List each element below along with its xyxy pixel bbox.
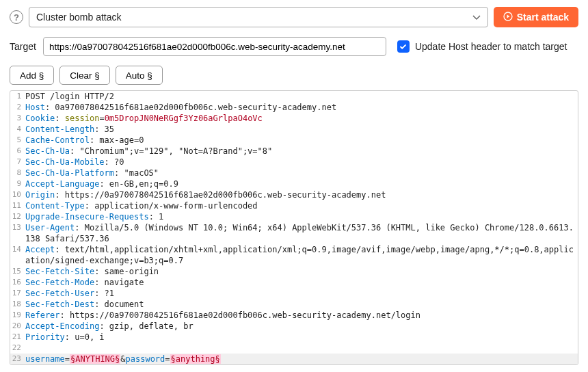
editor-line[interactable]: 10Origin: https://0a970078042516f681ae02… (10, 189, 578, 200)
line-number: 2 (10, 102, 25, 113)
line-number: 19 (10, 310, 25, 321)
line-number: 3 (10, 113, 25, 124)
editor-line[interactable]: 17Sec-Fetch-User: ?1 (10, 288, 578, 299)
editor-line[interactable]: 22 (10, 343, 578, 354)
line-number: 8 (10, 168, 25, 178)
line-number: 10 (10, 189, 25, 200)
editor-line[interactable]: 2Host: 0a970078042516f681ae02d000fb006c.… (10, 102, 578, 113)
line-number: 1 (10, 91, 25, 102)
editor-line[interactable]: 4Content-Length: 35 (10, 124, 578, 135)
line-number: 22 (10, 343, 25, 354)
auto-markers-button[interactable]: Auto § (116, 66, 163, 85)
editor-line[interactable]: 12Upgrade-Insecure-Requests: 1 (10, 211, 578, 222)
editor-line[interactable]: 11Content-Type: application/x-www-form-u… (10, 200, 578, 211)
line-number: 13 (10, 222, 25, 244)
line-number: 5 (10, 135, 25, 146)
editor-line[interactable]: 15Sec-Fetch-Site: same-origin (10, 266, 578, 277)
line-number: 7 (10, 157, 25, 168)
play-icon (503, 12, 513, 23)
editor-line[interactable]: 23username=§ANYTHING§&password=§anything… (10, 354, 578, 364)
editor-line[interactable]: 1POST /login HTTP/2 (10, 91, 578, 102)
line-number: 11 (10, 200, 25, 211)
attack-type-select[interactable]: Cluster bomb attack (29, 7, 488, 27)
line-number: 4 (10, 124, 25, 135)
request-editor[interactable]: 1POST /login HTTP/22Host: 0a970078042516… (10, 90, 578, 365)
start-attack-button[interactable]: Start attack (494, 7, 578, 27)
editor-line[interactable]: 8Sec-Ch-Ua-Platform: "macOS" (10, 168, 578, 178)
editor-line[interactable]: 18Sec-Fetch-Dest: document (10, 299, 578, 310)
editor-line[interactable]: 21Priority: u=0, i (10, 332, 578, 343)
editor-line[interactable]: 20Accept-Encoding: gzip, deflate, br (10, 321, 578, 332)
line-number: 6 (10, 146, 25, 157)
line-number: 20 (10, 321, 25, 332)
update-host-label: Update Host header to match target (415, 41, 567, 52)
editor-line[interactable]: 9Accept-Language: en-GB,en;q=0.9 (10, 178, 578, 189)
start-attack-label: Start attack (517, 12, 569, 23)
help-icon[interactable]: ? (10, 10, 23, 24)
editor-line[interactable]: 14Accept: text/html,application/xhtml+xm… (10, 244, 578, 266)
line-number: 23 (10, 354, 25, 364)
editor-line[interactable]: 6Sec-Ch-Ua: "Chromium";v="129", "Not=A?B… (10, 146, 578, 157)
line-number: 14 (10, 244, 25, 266)
line-number: 21 (10, 332, 25, 343)
chevron-down-icon (472, 12, 481, 23)
editor-line[interactable]: 3Cookie: session=0m5DropJN0NeRGgf3Yz06aG… (10, 113, 578, 124)
editor-line[interactable]: 19Referer: https://0a970078042516f681ae0… (10, 310, 578, 321)
attack-type-label: Cluster bomb attack (36, 12, 122, 23)
editor-line[interactable]: 5Cache-Control: max-age=0 (10, 135, 578, 146)
target-label: Target (10, 41, 36, 52)
line-number: 12 (10, 211, 25, 222)
line-number: 9 (10, 178, 25, 189)
line-number: 17 (10, 288, 25, 299)
add-marker-button[interactable]: Add § (10, 66, 54, 85)
editor-line[interactable]: 13User-Agent: Mozilla/5.0 (Windows NT 10… (10, 222, 578, 244)
target-input[interactable] (43, 37, 386, 56)
editor-line[interactable]: 16Sec-Fetch-Mode: navigate (10, 277, 578, 288)
line-number: 18 (10, 299, 25, 310)
line-number: 16 (10, 277, 25, 288)
clear-markers-button[interactable]: Clear § (59, 66, 110, 85)
update-host-checkbox[interactable] (397, 40, 410, 53)
editor-line[interactable]: 7Sec-Ch-Ua-Mobile: ?0 (10, 157, 578, 168)
line-number: 15 (10, 266, 25, 277)
